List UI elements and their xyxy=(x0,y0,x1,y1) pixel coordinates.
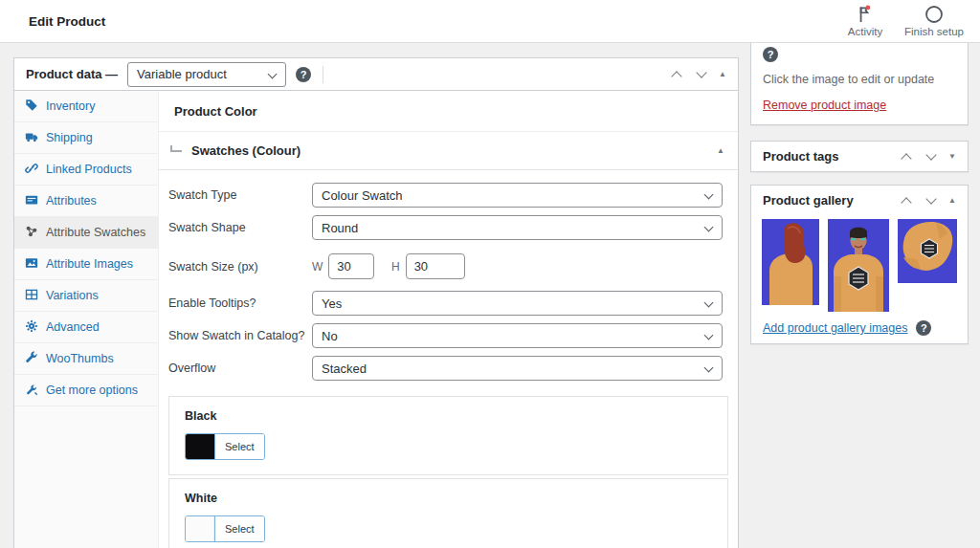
collapse-toggle-icon[interactable]: ▲ xyxy=(948,197,956,205)
grid-icon xyxy=(25,288,38,304)
field-swatch-size: Swatch Size (px) W H xyxy=(168,253,723,279)
finish-setup-label: Finish setup xyxy=(904,26,964,37)
tab-label: Linked Products xyxy=(46,163,132,176)
variant-black: Black Select xyxy=(168,396,728,475)
chevron-down-icon xyxy=(704,331,714,340)
swatch-settings: Swatch Type Colour Swatch Swatch Shape R… xyxy=(159,170,738,381)
topbar-actions: Activity Finish setup xyxy=(831,5,969,37)
variant-white: White Select xyxy=(168,478,728,548)
swatch-height-input[interactable] xyxy=(406,253,465,279)
product-gallery-panel: Product gallery ▲ xyxy=(750,185,969,344)
white-color-picker-button[interactable]: Select xyxy=(185,515,265,542)
tab-inventory[interactable]: Inventory xyxy=(14,91,158,122)
select-color-button[interactable]: Select xyxy=(214,434,264,459)
select-value: No xyxy=(322,329,338,343)
gallery-image-back-view[interactable] xyxy=(762,219,819,305)
collapse-toggle-icon[interactable]: ▲ xyxy=(719,71,726,78)
chevron-down-icon xyxy=(704,190,714,200)
tab-attributes[interactable]: Attributes xyxy=(14,186,158,217)
product-type-select[interactable]: Variable product xyxy=(127,62,286,87)
product-type-value: Variable product xyxy=(137,67,227,81)
tab-variations[interactable]: Variations xyxy=(14,280,158,312)
swatch-variants: Black Select White Select xyxy=(168,396,728,548)
select-value: Yes xyxy=(322,296,342,311)
swatch-shape-select[interactable]: Round xyxy=(312,215,723,240)
variant-name: Black xyxy=(185,409,712,423)
tab-label: Inventory xyxy=(46,99,95,113)
product-tags-header[interactable]: Product tags ▼ xyxy=(751,142,968,171)
link-icon xyxy=(25,162,38,178)
divider xyxy=(323,66,323,83)
height-label: H xyxy=(391,260,400,274)
finish-setup-button[interactable]: Finish setup xyxy=(900,5,969,37)
color-swatch xyxy=(186,516,214,541)
move-up-button[interactable] xyxy=(899,193,914,208)
swatches-group-header[interactable]: Swatches (Colour) ▲ xyxy=(159,132,738,170)
tab-get-more-options[interactable]: Get more options xyxy=(14,375,158,406)
show-in-catalog-select[interactable]: No xyxy=(312,323,723,348)
field-label: Swatch Type xyxy=(168,188,312,202)
move-up-button[interactable] xyxy=(899,149,914,164)
swatches-icon xyxy=(25,225,38,241)
tab-label: Get more options xyxy=(46,384,138,397)
tab-label: WooThumbs xyxy=(46,352,114,365)
product-gallery-header[interactable]: Product gallery ▲ xyxy=(751,186,968,215)
tab-label: Advanced xyxy=(46,320,100,334)
tab-attribute-swatches[interactable]: Attribute Swatches xyxy=(14,217,158,249)
gallery-image-front-view[interactable] xyxy=(828,219,889,312)
black-color-picker-button[interactable]: Select xyxy=(185,433,265,460)
progress-circle-icon xyxy=(924,5,944,24)
width-label: W xyxy=(312,260,323,274)
tab-advanced[interactable]: Advanced xyxy=(14,312,158,343)
tab-shipping[interactable]: Shipping xyxy=(14,122,158,154)
expand-toggle-icon[interactable]: ▼ xyxy=(948,153,956,161)
product-data-tabs: Inventory Shipping Linked Products Attri… xyxy=(14,91,159,548)
help-icon[interactable]: ? xyxy=(296,67,311,82)
select-color-button[interactable]: Select xyxy=(214,516,264,541)
swatch-width-input[interactable] xyxy=(328,253,374,279)
tab-linked-products[interactable]: Linked Products xyxy=(14,154,158,186)
image-hint-text: Click the image to edit or update xyxy=(763,73,956,86)
tab-label: Shipping xyxy=(46,131,93,144)
field-swatch-type: Swatch Type Colour Swatch xyxy=(168,183,723,208)
collapse-toggle-icon[interactable]: ▲ xyxy=(717,147,724,155)
field-label: Show Swatch in Catalog? xyxy=(168,329,312,342)
overflow-select[interactable]: Stacked xyxy=(312,356,723,381)
move-down-button[interactable] xyxy=(694,67,709,82)
tools-icon xyxy=(25,383,38,399)
move-down-button[interactable] xyxy=(924,193,939,208)
tab-attribute-images[interactable]: Attribute Images xyxy=(14,249,158,280)
remove-product-image-link[interactable]: Remove product image xyxy=(763,99,886,112)
tab-woothumbs[interactable]: WooThumbs xyxy=(14,343,158,375)
gallery-thumbnails xyxy=(751,215,968,312)
product-data-header: Product data — Variable product ? ▲ xyxy=(14,58,738,91)
product-data-title: Product data — xyxy=(26,67,118,81)
gear-icon xyxy=(25,319,38,336)
tab-label: Attribute Swatches xyxy=(46,226,145,239)
select-value: Round xyxy=(322,221,358,235)
tag-icon xyxy=(25,99,38,115)
help-icon[interactable]: ? xyxy=(763,47,778,62)
activity-button[interactable]: Activity xyxy=(831,5,900,37)
swatch-type-select[interactable]: Colour Swatch xyxy=(312,183,723,208)
field-label: Overflow xyxy=(168,362,312,375)
gallery-image-flat-lay[interactable] xyxy=(898,219,957,283)
product-gallery-title: Product gallery xyxy=(763,193,854,208)
chevron-down-icon xyxy=(704,363,714,373)
product-tags-panel: Product tags ▼ xyxy=(750,141,969,172)
image-icon xyxy=(25,256,38,273)
attribute-swatches-panel: Product Color Swatches (Colour) ▲ Swatch… xyxy=(159,91,738,548)
product-image-panel: ? Click the image to edit or update Remo… xyxy=(750,36,969,125)
add-gallery-images-link[interactable]: Add product gallery images xyxy=(763,321,907,335)
field-swatch-shape: Swatch Shape Round xyxy=(168,215,723,240)
select-value: Stacked xyxy=(322,362,367,376)
chevron-down-icon xyxy=(704,223,714,232)
move-up-button[interactable] xyxy=(669,67,684,82)
product-data-metabox: Product data — Variable product ? ▲ Inve… xyxy=(13,57,739,548)
field-label: Enable Tooltips? xyxy=(168,296,312,310)
gallery-footer: Add product gallery images ? xyxy=(751,312,968,336)
enable-tooltips-select[interactable]: Yes xyxy=(312,291,723,316)
help-icon[interactable]: ? xyxy=(916,320,931,336)
move-down-button[interactable] xyxy=(924,149,939,164)
attribute-title: Product Color xyxy=(159,91,738,132)
